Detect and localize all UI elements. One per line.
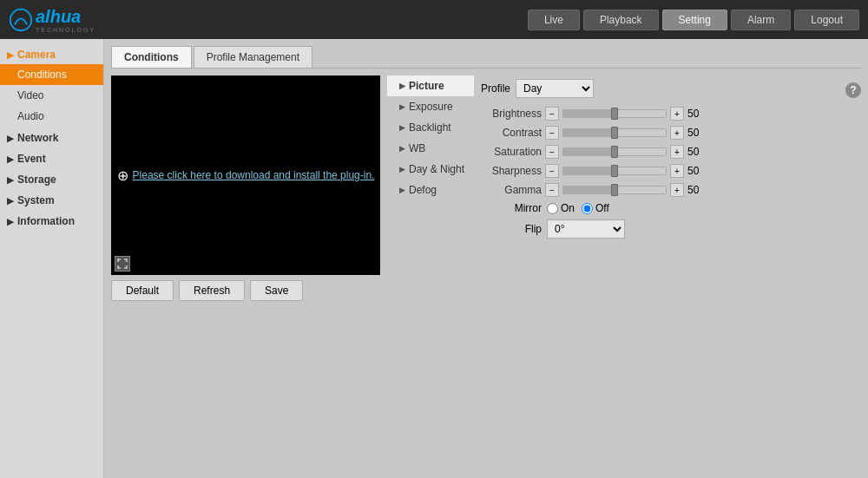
sidebar-section-information[interactable]: ▶ Information (0, 210, 103, 231)
default-button[interactable]: Default (111, 280, 174, 301)
sidebar-section-system-label: System (17, 194, 55, 206)
menu-item-backlight-label: Backlight (409, 121, 451, 134)
menu-item-defog-label: Defog (409, 184, 437, 196)
menu-item-picture[interactable]: ▶ Picture (387, 75, 474, 96)
svg-point-0 (10, 9, 32, 30)
sidebar-section-storage-label: Storage (17, 174, 56, 186)
contrast-value: 50 (687, 127, 709, 139)
information-arrow-icon: ▶ (7, 217, 14, 226)
action-buttons: Default Refresh Save (111, 280, 380, 301)
brightness-minus[interactable]: − (545, 107, 559, 121)
flip-select[interactable]: 0° 90° 180° 270° (547, 219, 625, 239)
sidebar-section-network[interactable]: ▶ Network (0, 127, 103, 147)
menu-item-wb[interactable]: ▶ WB (387, 138, 474, 159)
mirror-row: Mirror On Off (481, 202, 854, 214)
system-arrow-icon: ▶ (7, 196, 14, 206)
plugin-message: ⊕ Please click here to download and inst… (117, 167, 375, 184)
dahua-logo-icon (9, 8, 33, 32)
nav-playback[interactable]: Playback (583, 10, 659, 30)
gamma-value: 50 (687, 184, 709, 196)
menu-item-backlight[interactable]: ▶ Backlight (387, 117, 474, 138)
save-button[interactable]: Save (250, 280, 303, 301)
plugin-icon: ⊕ (117, 167, 128, 184)
menu-item-exposure[interactable]: ▶ Exposure (387, 96, 474, 117)
storage-arrow-icon: ▶ (7, 175, 14, 185)
gamma-minus[interactable]: − (545, 183, 559, 197)
nav-alarm[interactable]: Alarm (731, 10, 791, 30)
right-panel: ▶ Picture ▶ Exposure ▶ Backlight ▶ WB (387, 75, 861, 301)
sharpness-value: 50 (687, 165, 709, 177)
sharpness-plus[interactable]: + (670, 164, 684, 178)
tab-profile-management[interactable]: Profile Management (194, 46, 312, 68)
gamma-slider-track[interactable] (562, 186, 667, 194)
saturation-slider-track[interactable] (562, 147, 667, 156)
brightness-slider-track[interactable] (562, 109, 667, 118)
profile-label: Profile (481, 82, 510, 95)
saturation-minus[interactable]: − (545, 145, 559, 159)
camera-view-container: ⊕ Please click here to download and inst… (111, 75, 380, 301)
nav-setting[interactable]: Setting (662, 10, 727, 30)
brand-name: alhua (36, 7, 81, 26)
sidebar-item-conditions[interactable]: Conditions (0, 64, 103, 85)
logo-brand: alhua TECHNOLOGY (9, 7, 95, 33)
contrast-minus[interactable]: − (545, 126, 559, 140)
mirror-on-label: On (561, 202, 575, 214)
profile-select[interactable]: Day Night General (516, 79, 594, 98)
fullscreen-icon (117, 259, 128, 269)
logo: alhua TECHNOLOGY (9, 7, 95, 33)
network-arrow-icon: ▶ (7, 134, 14, 143)
menu-item-defog[interactable]: ▶ Defog (387, 180, 474, 200)
mirror-label: Mirror (481, 202, 542, 214)
menu-item-picture-label: Picture (409, 80, 444, 92)
sidebar-section-storage[interactable]: ▶ Storage (0, 168, 103, 189)
nav-live[interactable]: Live (528, 10, 580, 30)
sidebar-section-camera[interactable]: ▶ Camera (0, 43, 103, 64)
picture-arrow-icon: ▶ (399, 82, 405, 90)
sharpness-label: Sharpness (481, 165, 542, 177)
mirror-on-option[interactable]: On (547, 202, 575, 214)
brightness-label: Brightness (481, 108, 542, 120)
gamma-label: Gamma (481, 184, 542, 196)
mirror-off-option[interactable]: Off (582, 202, 609, 214)
menu-item-day-night[interactable]: ▶ Day & Night (387, 159, 474, 180)
contrast-label: Contrast (481, 127, 542, 139)
sidebar-section-system[interactable]: ▶ System (0, 189, 103, 210)
sharpness-slider-track[interactable] (562, 167, 667, 175)
profile-row: Profile Day Night General (481, 79, 854, 98)
plugin-download-link[interactable]: Please click here to download and instal… (133, 169, 375, 181)
sidebar-section-event[interactable]: ▶ Event (0, 147, 103, 168)
saturation-value: 50 (687, 146, 709, 158)
gamma-plus[interactable]: + (670, 183, 684, 197)
settings-panel: Profile Day Night General Brightness − (474, 75, 861, 301)
contrast-row: Contrast − + 50 (481, 126, 854, 140)
saturation-plus[interactable]: + (670, 145, 684, 159)
mirror-off-label: Off (595, 202, 609, 214)
help-button[interactable]: ? (845, 82, 861, 98)
mirror-radio-group: On Off (547, 202, 609, 214)
sidebar-item-video[interactable]: Video (0, 85, 103, 106)
defog-arrow-icon: ▶ (399, 186, 405, 194)
sidebar-section-network-label: Network (17, 132, 58, 144)
nav-logout[interactable]: Logout (794, 10, 859, 30)
camera-settings-layout: ⊕ Please click here to download and inst… (111, 75, 861, 301)
tab-conditions[interactable]: Conditions (111, 46, 192, 68)
sidebar-section-camera-label: Camera (17, 49, 56, 61)
refresh-button[interactable]: Refresh (179, 280, 245, 301)
main-layout: ▶ Camera Conditions Video Audio ▶ Networ… (0, 39, 868, 478)
sidebar-item-audio[interactable]: Audio (0, 106, 103, 127)
mirror-on-radio[interactable] (547, 203, 558, 214)
contrast-plus[interactable]: + (670, 126, 684, 140)
sidebar: ▶ Camera Conditions Video Audio ▶ Networ… (0, 39, 104, 478)
day-night-arrow-icon: ▶ (399, 165, 405, 174)
topbar: alhua TECHNOLOGY Live Playback Setting A… (0, 0, 868, 39)
menu-item-wb-label: WB (409, 142, 425, 154)
fullscreen-button[interactable] (115, 256, 130, 272)
backlight-arrow-icon: ▶ (399, 123, 405, 132)
menu-item-exposure-label: Exposure (409, 101, 453, 113)
sharpness-minus[interactable]: − (545, 164, 559, 178)
brightness-plus[interactable]: + (670, 107, 684, 121)
sharpness-row: Sharpness − + 50 (481, 164, 854, 178)
sidebar-section-information-label: Information (17, 215, 75, 227)
contrast-slider-track[interactable] (562, 128, 667, 137)
mirror-off-radio[interactable] (582, 203, 593, 214)
